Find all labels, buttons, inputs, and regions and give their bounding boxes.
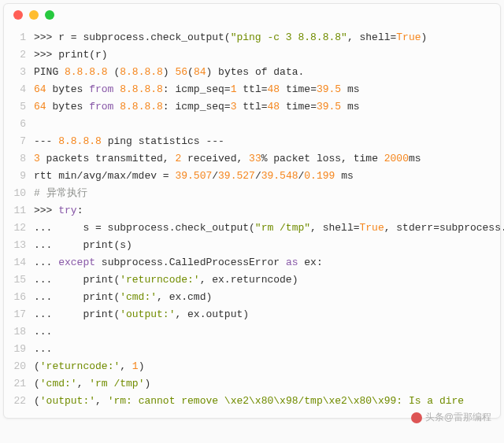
code-token: ex: <box>298 257 322 268</box>
code-token: , shell= <box>310 222 359 234</box>
line-number: 1 <box>4 29 34 46</box>
code-line: 16... print('cmd:', ex.cmd) <box>4 289 500 306</box>
code-token: 'cmd:' <box>120 291 157 303</box>
line-content: >>> print(r) <box>34 46 500 64</box>
code-token: / <box>255 170 261 182</box>
code-token: 64 <box>34 101 46 113</box>
code-token: 1 <box>132 360 139 372</box>
line-number: 15 <box>4 271 34 289</box>
line-number: 11 <box>4 202 34 220</box>
code-token: 3 <box>231 101 237 113</box>
code-token: , ex.cmd) <box>157 291 212 303</box>
code-token: , shell= <box>347 31 396 43</box>
code-token: ) <box>163 66 176 78</box>
window-titlebar <box>4 4 500 26</box>
code-token: , ex.returncode) <box>200 274 298 286</box>
code-token: , <box>120 360 132 372</box>
code-window: 1>>> r = subprocess.check_output("ping -… <box>3 3 501 419</box>
line-content: 64 bytes from 8.8.8.8: icmp_seq=1 ttl=48… <box>34 81 500 98</box>
code-token: from <box>89 101 113 113</box>
code-token: PING <box>34 66 65 78</box>
watermark-text: 头条@雷那编程 <box>425 411 491 424</box>
close-icon[interactable] <box>13 10 23 20</box>
code-token: bytes <box>46 83 90 95</box>
code-token: rtt min/avg/max/mdev = <box>34 170 175 182</box>
line-number: 7 <box>4 133 34 150</box>
code-token: # 异常执行 <box>34 187 87 199</box>
code-token: : <box>77 205 83 216</box>
line-number: 20 <box>4 358 34 375</box>
code-token: 84 <box>194 66 206 78</box>
line-content: ('cmd:', 'rm /tmp') <box>34 375 500 393</box>
watermark: 头条@雷那编程 <box>411 411 491 424</box>
code-token: ( <box>34 395 40 407</box>
code-line: 18... <box>4 323 500 341</box>
code-token: % packet loss, time <box>261 153 384 164</box>
code-line: 83 packets transmitted, 2 received, 33% … <box>4 150 500 168</box>
code-token: ( <box>34 360 40 372</box>
code-token: , stderr=subprocess.STDOUT) <box>384 222 504 234</box>
code-token: except <box>58 257 95 268</box>
line-number: 22 <box>4 393 34 410</box>
code-token: ) bytes of data. <box>206 66 304 78</box>
code-line: 3PING 8.8.8.8 (8.8.8.8) 56(84) bytes of … <box>4 64 500 81</box>
code-token: ttl= <box>237 83 268 95</box>
code-token: 48 <box>268 83 280 95</box>
code-token: >>> r = subprocess.check_output( <box>34 31 231 43</box>
code-area: 1>>> r = subprocess.check_output("ping -… <box>4 26 500 418</box>
line-number: 6 <box>4 116 34 133</box>
code-token: 'rm: cannot remove \xe2\x80\x98/tmp\xe2\… <box>108 395 464 407</box>
code-token: , ex.output) <box>175 308 249 320</box>
line-number: 14 <box>4 254 34 271</box>
code-token: , <box>95 395 108 407</box>
line-content: ... s = subprocess.check_output("rm /tmp… <box>34 220 504 237</box>
code-line: 9rtt min/avg/max/mdev = 39.507/39.527/39… <box>4 168 500 185</box>
code-line: 15... print('returncode:', ex.returncode… <box>4 271 500 289</box>
code-token: ms <box>341 101 359 113</box>
code-token: 39.507 <box>175 170 212 182</box>
line-content: ... print('output:', ex.output) <box>34 306 500 323</box>
zoom-icon[interactable] <box>45 10 54 20</box>
code-token: bytes <box>46 101 90 113</box>
code-line: 13... print(s) <box>4 237 500 254</box>
code-line: 1>>> r = subprocess.check_output("ping -… <box>4 29 500 46</box>
code-token: ... <box>34 326 52 338</box>
code-token: 56 <box>175 66 187 78</box>
code-token: received, <box>181 153 249 164</box>
code-token: ttl= <box>237 101 268 113</box>
code-token: >>> <box>34 205 58 216</box>
line-content: ... except subprocess.CalledProcessError… <box>34 254 500 271</box>
code-token: 'returncode:' <box>120 274 199 286</box>
line-number: 16 <box>4 289 34 306</box>
code-line: 564 bytes from 8.8.8.8: icmp_seq=3 ttl=4… <box>4 98 500 116</box>
code-token: subprocess.CalledProcessError <box>95 257 286 268</box>
code-token: time= <box>280 83 317 95</box>
line-content: ... print('returncode:', ex.returncode) <box>34 271 500 289</box>
code-token: try <box>58 205 76 216</box>
code-token: 8.8.8.8 <box>120 101 163 113</box>
code-token: 8.8.8.8 <box>65 66 108 78</box>
line-number: 8 <box>4 150 34 168</box>
code-token: 8.8.8.8 <box>120 66 163 78</box>
line-number: 3 <box>4 64 34 81</box>
line-number: 18 <box>4 323 34 341</box>
code-token: ... print( <box>34 291 120 303</box>
line-content: --- 8.8.8.8 ping statistics --- <box>34 133 500 150</box>
line-number: 9 <box>4 168 34 185</box>
code-token: True <box>360 222 384 234</box>
code-token: "rm /tmp" <box>255 222 310 234</box>
line-number: 19 <box>4 341 34 358</box>
line-content: ('output:', 'rm: cannot remove \xe2\x80\… <box>34 393 500 410</box>
code-line: 20('returncode:', 1) <box>4 358 500 375</box>
line-number: 5 <box>4 98 34 116</box>
code-token: as <box>286 257 298 268</box>
minimize-icon[interactable] <box>29 10 39 20</box>
code-token: : icmp_seq= <box>163 83 231 95</box>
code-token: / <box>212 170 218 182</box>
watermark-logo-icon <box>411 412 422 423</box>
code-token: 2000 <box>384 153 409 164</box>
line-content: >>> try: <box>34 202 500 220</box>
code-token: ) <box>139 360 145 372</box>
code-token: 'cmd:' <box>40 378 77 389</box>
code-token: 39.548 <box>261 170 298 182</box>
